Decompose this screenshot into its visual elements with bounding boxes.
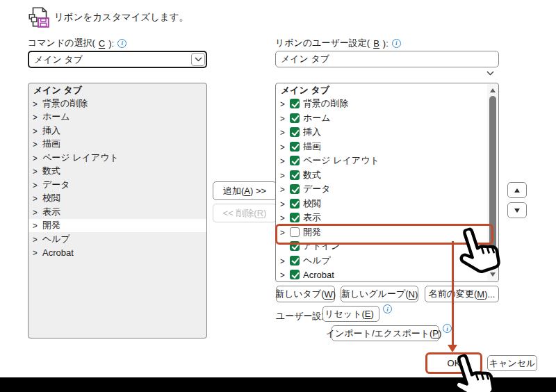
list-item-label: 挿入 — [42, 124, 60, 137]
list-item[interactable]: >ページ レイアウト — [28, 151, 206, 165]
expand-chevron-icon[interactable]: > — [280, 199, 286, 209]
list-item[interactable]: >描画 — [28, 138, 206, 152]
up-arrow-icon — [514, 188, 520, 193]
annotation-arrow-head — [448, 345, 457, 352]
info-icon[interactable]: i — [383, 304, 392, 313]
expand-chevron-icon[interactable]: > — [280, 113, 286, 123]
checkbox-checked[interactable] — [290, 256, 300, 266]
list-item[interactable]: >ホーム — [28, 111, 206, 124]
expand-chevron-icon[interactable]: > — [33, 126, 39, 136]
info-icon[interactable]: i — [117, 39, 126, 48]
list-item[interactable]: >データ — [276, 182, 498, 197]
choose-commands-label: コマンドの選択(C): i — [28, 37, 126, 49]
expand-chevron-icon[interactable]: > — [280, 170, 286, 180]
choose-commands-dropdown[interactable]: メイン タブ — [28, 51, 207, 68]
add-button[interactable]: 追加(A) >> — [213, 181, 277, 200]
list-item-label: ホーム — [42, 111, 70, 123]
scroll-up-icon[interactable] — [490, 88, 496, 92]
list-item[interactable]: >校閲 — [28, 192, 206, 206]
expand-chevron-icon[interactable]: > — [280, 156, 286, 165]
customize-ribbon-dropdown[interactable]: メイン タブ — [275, 51, 499, 67]
list-group-header: メイン タブ — [28, 83, 206, 97]
list-item-label: 背景の削除 — [42, 97, 88, 110]
move-up-button[interactable] — [507, 182, 527, 198]
list-item-label: Acrobat — [42, 247, 74, 258]
info-icon[interactable]: i — [392, 39, 401, 48]
list-item-label: 描画 — [303, 140, 321, 153]
list-group-header: メイン タブ — [276, 83, 498, 97]
expand-chevron-icon[interactable]: > — [280, 142, 286, 152]
checkbox-checked[interactable] — [290, 184, 300, 194]
list-item-label: ページ レイアウト — [42, 152, 119, 164]
checkbox-checked[interactable] — [290, 99, 300, 108]
reset-button[interactable]: リセット(E) — [322, 306, 379, 322]
checkbox-checked[interactable] — [290, 113, 300, 123]
list-item[interactable]: >挿入 — [276, 125, 498, 140]
list-item[interactable]: >数式 — [276, 168, 498, 183]
list-item[interactable]: >挿入 — [28, 124, 206, 138]
remove-button: << 削除(R) — [213, 204, 277, 222]
dropdown-selected-value: メイン タブ — [281, 53, 329, 65]
down-arrow-icon — [514, 209, 520, 213]
expand-chevron-icon[interactable]: > — [280, 270, 286, 279]
expand-chevron-icon[interactable]: > — [33, 193, 39, 203]
expand-chevron-icon[interactable]: > — [280, 99, 286, 108]
list-item[interactable]: >背景の削除 — [28, 97, 206, 111]
commands-list[interactable]: メイン タブ >背景の削除>ホーム>挿入>描画>ページ レイアウト>数式>データ… — [28, 83, 207, 338]
list-item-label: 描画 — [42, 138, 60, 150]
import-export-button[interactable]: インポート/エクスポート(P) — [332, 325, 439, 341]
list-item[interactable]: >表示 — [28, 205, 206, 219]
list-item-label: 校閲 — [42, 192, 60, 204]
list-item[interactable]: >ページ レイアウト — [276, 154, 498, 168]
new-group-button[interactable]: 新しいグループ(N) — [341, 286, 418, 302]
expand-chevron-icon[interactable]: > — [33, 180, 39, 190]
rename-button[interactable]: 名前の変更(M)... — [425, 286, 499, 302]
info-icon[interactable]: i — [443, 324, 452, 333]
checkbox-checked[interactable] — [290, 199, 300, 209]
expand-chevron-icon[interactable]: > — [280, 127, 286, 137]
list-item-label: 背景の削除 — [303, 97, 348, 110]
expand-chevron-icon[interactable]: > — [33, 220, 39, 230]
list-item[interactable]: >数式 — [28, 165, 206, 179]
expand-chevron-icon[interactable]: > — [33, 234, 39, 244]
chevron-down-icon[interactable] — [191, 53, 205, 66]
new-tab-button[interactable]: 新しいタブ(W) — [276, 286, 335, 302]
customize-ribbon-icon — [26, 6, 51, 28]
list-item-label: 数式 — [42, 165, 60, 177]
expand-chevron-icon[interactable]: > — [33, 207, 39, 217]
list-item[interactable]: >背景の削除 — [276, 97, 498, 111]
checkbox-checked[interactable] — [290, 213, 300, 222]
list-item[interactable]: >表示 — [276, 211, 498, 225]
list-item[interactable]: >校閲 — [276, 197, 498, 211]
checkbox-checked[interactable] — [290, 156, 300, 165]
list-item[interactable]: >Acrobat — [28, 246, 206, 260]
list-item[interactable]: >データ — [28, 178, 206, 192]
expand-chevron-icon[interactable]: > — [33, 166, 39, 176]
move-down-button[interactable] — [507, 202, 527, 218]
checkbox-checked[interactable] — [290, 127, 300, 137]
list-item[interactable]: >開発 — [28, 219, 206, 233]
expand-chevron-icon[interactable]: > — [33, 99, 39, 108]
expand-chevron-icon[interactable]: > — [33, 153, 39, 163]
dropdown-selected-value: メイン タブ — [34, 54, 83, 66]
list-item-label: 表示 — [42, 206, 60, 218]
customize-ribbon-dialog: リボンをカスタマイズします。 コマンドの選択(C): i メイン タブ メイン … — [0, 0, 556, 392]
expand-chevron-icon[interactable]: > — [33, 247, 39, 257]
list-item-label: 表示 — [303, 211, 321, 224]
expand-chevron-icon[interactable]: > — [33, 112, 39, 122]
list-item-label: 校閲 — [303, 197, 321, 210]
list-item-label: ページ レイアウト — [303, 154, 379, 167]
expand-chevron-icon[interactable]: > — [280, 256, 286, 266]
checkbox-checked[interactable] — [290, 142, 300, 152]
expand-chevron-icon[interactable]: > — [280, 184, 286, 194]
list-item[interactable]: >ホーム — [276, 111, 498, 126]
list-item[interactable]: >ヘルプ — [28, 232, 206, 246]
expand-chevron-icon[interactable]: > — [33, 139, 39, 149]
expand-chevron-icon[interactable]: > — [280, 213, 286, 222]
checkbox-checked[interactable] — [290, 170, 300, 180]
checkbox-checked[interactable] — [290, 270, 300, 279]
list-item-label: データ — [303, 183, 331, 195]
list-item-label: ヘルプ — [303, 254, 331, 267]
list-item[interactable]: >描画 — [276, 140, 498, 154]
list-item-label: 開発 — [42, 219, 60, 231]
